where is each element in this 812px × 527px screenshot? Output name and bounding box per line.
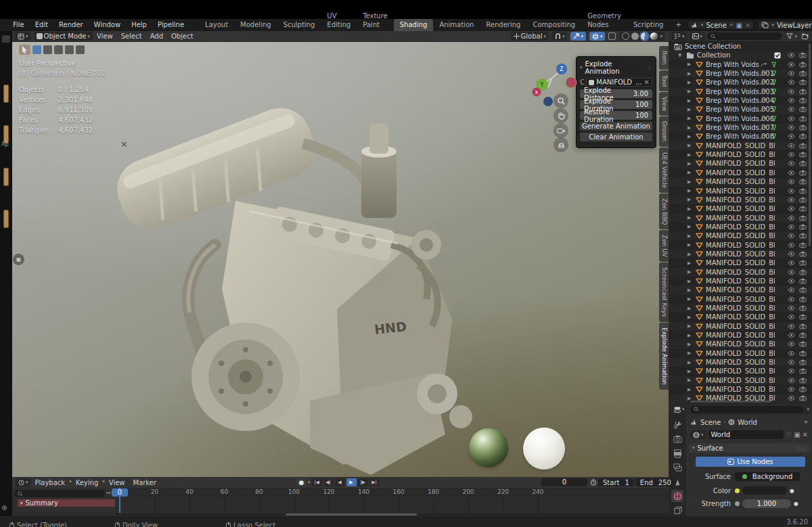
use-preview-range-icon[interactable] [590,479,597,486]
editor-type-dropdown[interactable]: ▾ [15,32,31,41]
outliner-row[interactable]: ▶MANIFOLD_SOLID_BREP #218 [669,168,812,177]
timeline-ruler[interactable]: 20406080100120140160180200220240 [115,488,669,497]
outliner-item-label[interactable]: MANIFOLD_SOLID_BREP #222 [706,223,775,231]
outliner-row[interactable]: ▶MANIFOLD_SOLID_BREP #222 [669,268,812,277]
outliner-item-label[interactable]: MANIFOLD_SOLID_BREP #218 [706,160,775,167]
snap-dropdown[interactable]: ▾ [552,32,568,41]
expand-arrow-icon[interactable]: ▶ [687,89,691,94]
outliner-item-label[interactable]: MANIFOLD_SOLID_BREP #218 [706,169,775,177]
pan-button[interactable] [554,108,568,123]
select-new-button[interactable] [32,45,41,54]
disable-render-icon[interactable] [799,314,807,320]
outliner-item-label[interactable]: MANIFOLD_SOLID_BREP #221 [706,205,775,212]
outliner-row[interactable]: ▶Brep With Voids.007 [669,123,812,132]
disable-render-icon[interactable] [799,179,807,185]
world-browse-dropdown[interactable]: ▾ [690,430,706,439]
timeline-editor-type-dropdown[interactable]: ▾ [16,478,31,487]
menu-file[interactable]: File [7,19,30,31]
close-icon[interactable]: ✕ [745,22,750,29]
expand-arrow-icon[interactable]: ▶ [687,369,691,374]
expand-arrow-icon[interactable]: ▶ [687,125,691,131]
hide-eye-icon[interactable] [788,106,795,112]
mode-dropdown[interactable]: Object Mode▾ [34,32,93,41]
properties-editor-type-dropdown[interactable]: ▾ [671,405,687,414]
outliner-row[interactable]: ▶MANIFOLD_SOLID_BREP #222 [669,285,812,294]
workspace-tab-geometry-nodes[interactable]: Geometry Nodes [581,10,627,31]
proportional-edit-dropdown[interactable]: ▾ [570,32,586,41]
outliner-item-label[interactable]: MANIFOLD_SOLID_BREP #223 [706,377,775,384]
outliner-display-mode-dropdown[interactable]: ▾ [671,32,687,41]
outliner-item-label[interactable]: MANIFOLD_SOLID_BREP #221 [706,214,775,222]
expand-arrow-icon[interactable]: ▶ [687,80,691,85]
hide-eye-icon[interactable] [788,251,795,257]
outliner-item-label[interactable]: MANIFOLD_SOLID_BREP #218 [706,187,775,195]
hide-eye-icon[interactable] [788,133,795,139]
hide-eye-icon[interactable] [788,215,795,221]
outliner-row[interactable]: ▶MANIFOLD_SOLID_BREP #222 [669,250,812,258]
disable-render-icon[interactable] [799,251,807,257]
disable-render-icon[interactable] [799,287,807,293]
expand-arrow-icon[interactable]: ▶ [687,315,691,320]
timeline-menu-playback[interactable]: Playback [31,479,70,486]
expand-arrow-icon[interactable]: ▶ [687,252,691,257]
hide-eye-icon[interactable] [788,359,795,365]
hide-eye-icon[interactable] [788,314,795,320]
frame-end-field[interactable]: End250 [635,478,676,486]
outliner-row[interactable]: ▶MANIFOLD_SOLID_BREP #223 [669,376,812,385]
outliner-filter-dropdown[interactable]: ▾ [784,32,800,41]
expand-arrow-icon[interactable]: ▶ [687,215,691,221]
outliner-item-label[interactable]: MANIFOLD_SOLID_BREP #218 [706,178,775,185]
hide-eye-icon[interactable] [788,233,795,239]
hide-eye-icon[interactable] [788,143,795,149]
outliner-row[interactable]: Scene Collection [669,42,812,51]
disable-render-icon[interactable] [799,260,807,266]
workspace-tab-sculpting[interactable]: Sculpting [277,19,321,31]
outliner-row[interactable]: ▶Brep With Voids.001 [669,69,812,78]
hide-eye-icon[interactable] [788,79,795,85]
disable-render-icon[interactable] [799,341,807,347]
frame-start-field[interactable]: Start1 [598,478,634,486]
outliner-item-label[interactable]: MANIFOLD_SOLID_BREP #222 [706,340,775,348]
channel-search-input[interactable] [14,490,105,497]
outliner-row[interactable]: ▶Brep With Voids.003 [669,87,812,96]
disable-render-icon[interactable] [799,269,807,275]
material-preview-icon[interactable] [641,32,648,40]
collection-checkbox[interactable] [774,52,781,59]
expand-icon[interactable]: ↔ [106,490,111,496]
outliner-item-label[interactable]: MANIFOLD_SOLID_BREP #222 [706,286,775,294]
hide-eye-icon[interactable] [788,395,795,401]
3d-viewport[interactable]: HND User Perspective (0) Collection | NO… [12,42,669,477]
breadcrumb-world[interactable]: World [738,419,757,426]
sidebar-tab-zen-bbq[interactable]: Zen BBQ [659,193,669,230]
menu-help[interactable]: Help [126,19,152,31]
expand-arrow-icon[interactable]: ▶ [687,143,691,148]
perspective-toggle-button[interactable] [554,137,568,152]
transport-button[interactable]: ◀ [335,478,345,486]
disable-render-icon[interactable] [799,323,807,329]
expand-arrow-icon[interactable]: ▶ [687,342,691,347]
outliner-row[interactable]: ▶Brep With Voids.004 [669,96,812,105]
engine-model[interactable]: HND [12,42,669,477]
properties-tab-tool[interactable] [671,419,683,431]
outliner-item-label[interactable]: MANIFOLD_SOLID_BREP #222 [706,323,775,330]
menu-window[interactable]: Window [89,19,126,31]
hide-eye-icon[interactable] [788,89,795,95]
outliner-row[interactable]: ▶MANIFOLD_SOLID_BREP #222 [669,322,812,331]
outliner-row[interactable]: ▶MANIFOLD_SOLID_BREP #223 [669,385,812,394]
outliner-horizontal-scrollbar[interactable] [690,400,771,403]
outliner-row[interactable]: ▶Brep With Voids.005 [669,105,812,114]
expand-arrow-icon[interactable]: ▶ [687,179,691,185]
hide-eye-icon[interactable] [788,70,795,76]
outliner-row[interactable]: ▶MANIFOLD_SOLID_BREP #218 [669,159,812,168]
panel-options-icon[interactable]: ⁙ [647,64,652,72]
expand-arrow-icon[interactable]: ▶ [687,134,691,139]
expand-arrow-icon[interactable]: ▶ [687,279,691,284]
outliner-item-label[interactable]: MANIFOLD_SOLID_BREP #222 [706,250,775,258]
breadcrumb-scene[interactable]: Scene [700,419,721,426]
hide-eye-icon[interactable] [788,152,795,158]
outliner-row[interactable]: ▶MANIFOLD_SOLID_BREP #221 [669,196,812,204]
expand-arrow-icon[interactable]: ▶ [687,288,691,293]
sidebar-tab-item[interactable]: Item [659,46,669,70]
disable-render-icon[interactable] [799,224,807,230]
outliner-row[interactable]: ▶MANIFOLD_SOLID_BREP #221 [669,204,812,213]
